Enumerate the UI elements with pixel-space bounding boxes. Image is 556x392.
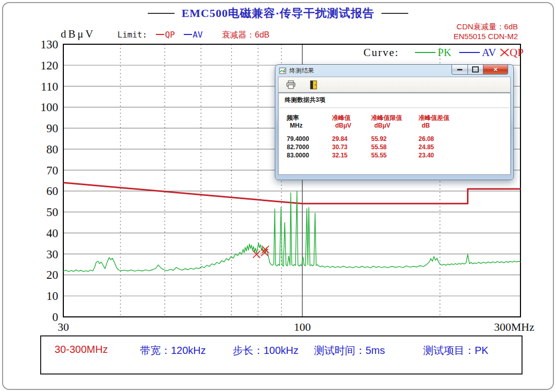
step-label: 步长：100kHz — [233, 344, 299, 358]
svg-text:80: 80 — [46, 143, 58, 156]
column-header: 准峰值dBμV — [332, 114, 371, 130]
attenuator-label: 衰减器：6dB — [222, 30, 269, 41]
svg-text:40: 40 — [46, 227, 58, 240]
svg-text:130: 130 — [41, 38, 59, 51]
window-icon — [279, 67, 287, 75]
column-header: 频率MHz — [287, 114, 332, 130]
svg-text:30: 30 — [46, 248, 58, 261]
measurement-value: 55.92 — [371, 135, 419, 143]
y-axis-unit-label: dBμV — [61, 28, 95, 41]
maximize-button[interactable] — [468, 65, 483, 75]
result-row: 83.000032.1555.5523.40 — [287, 151, 510, 159]
result-summary: 终测数据共3项 — [280, 93, 509, 108]
result-table-header: 频率MHz准峰值dBμV准峰值限值dBμV准峰值差值dB — [287, 114, 510, 130]
svg-text:100: 100 — [294, 320, 311, 333]
maximize-icon — [472, 66, 479, 73]
measurement-value: 23.40 — [419, 151, 468, 159]
test-time-label: 测试时间：5ms — [314, 344, 385, 358]
result-window-titlebar[interactable]: 终测结果 ✕ — [275, 65, 513, 77]
result-window-content: 终测数据共3项 频率MHz准峰值dBμV准峰值限值dBμV准峰值差值dB79.4… — [278, 93, 511, 175]
print-button[interactable] — [285, 79, 297, 91]
cdn-attenuation-label: CDN衰减量：6dB — [454, 22, 518, 31]
svg-text:100: 100 — [41, 101, 59, 114]
standard-label: EN55015 CDN-M2 — [454, 31, 518, 41]
exit-button[interactable] — [307, 79, 320, 91]
limit-legend: Limit: QP AV — [117, 30, 203, 40]
measurement-value: 30.73 — [332, 143, 371, 151]
frequency-value: 82.7000 — [287, 143, 332, 151]
av-limit-swatch-icon — [184, 34, 192, 35]
svg-text:AV: AV — [482, 46, 496, 59]
exit-door-icon — [310, 80, 317, 90]
svg-text:PK: PK — [438, 46, 451, 59]
frequency-value: 83.0000 — [287, 151, 332, 159]
svg-text:90: 90 — [46, 122, 58, 135]
column-header: 准峰值限值dBμV — [371, 114, 419, 130]
av-limit-label: AV — [193, 30, 202, 40]
minimize-button[interactable] — [451, 65, 468, 75]
measurement-value: 24.85 — [419, 143, 468, 151]
result-row: 82.700030.7355.5824.85 — [287, 143, 510, 151]
svg-text:10: 10 — [46, 290, 58, 302]
measurement-value: 55.58 — [371, 143, 419, 151]
qp-limit-label: QP — [165, 30, 175, 40]
svg-text:50: 50 — [46, 206, 58, 219]
limit-label: Limit: — [117, 30, 147, 40]
frequency-value: 79.4000 — [287, 135, 332, 143]
result-window: 终测结果 ✕ — [275, 64, 514, 180]
measurement-settings-bar: 30-300MHz 带宽：120kHz 步长：100kHz 测试时间：5ms 测… — [40, 335, 523, 375]
window-controls: ✕ — [451, 65, 508, 75]
qp-limit-swatch-icon — [156, 34, 164, 35]
spectrum-chart: 010203040506070809010011012013030100300M… — [3, 3, 556, 392]
measurement-value: 29.84 — [332, 135, 371, 143]
measurement-value: 55.55 — [371, 151, 419, 159]
svg-text:300MHz: 300MHz — [494, 320, 534, 333]
measurement-value: 26.08 — [419, 135, 468, 143]
result-table: 频率MHz准峰值dBμV准峰值限值dBμV准峰值差值dB79.400029.84… — [279, 108, 510, 159]
report-frame: EMC500电磁兼容·传导干扰测试报告 dBμV Limit: QP AV 衰减… — [2, 2, 554, 390]
bandwidth-label: 带宽：120kHz — [140, 344, 206, 358]
minimize-icon — [457, 69, 462, 70]
svg-text:Curve:: Curve: — [363, 46, 399, 59]
svg-text:QP: QP — [510, 46, 524, 59]
column-header: 准峰值差值dB — [419, 114, 468, 130]
result-row: 79.400029.8455.9226.08 — [287, 135, 510, 143]
result-window-toolbar — [278, 77, 511, 93]
svg-text:70: 70 — [46, 164, 58, 177]
svg-text:120: 120 — [41, 59, 59, 72]
test-item-label: 测试项目：PK — [423, 344, 489, 358]
window-title: 终测结果 — [289, 66, 314, 75]
printer-icon — [286, 80, 296, 90]
cdn-info: CDN衰减量：6dB EN55015 CDN-M2 — [454, 22, 518, 41]
svg-text:20: 20 — [46, 269, 58, 281]
measurement-value: 32.15 — [332, 151, 371, 159]
svg-text:60: 60 — [46, 185, 58, 198]
frequency-range-label: 30-300MHz — [55, 344, 108, 355]
svg-text:110: 110 — [41, 80, 58, 93]
svg-text:30: 30 — [58, 320, 69, 333]
close-button[interactable]: ✕ — [483, 65, 508, 75]
